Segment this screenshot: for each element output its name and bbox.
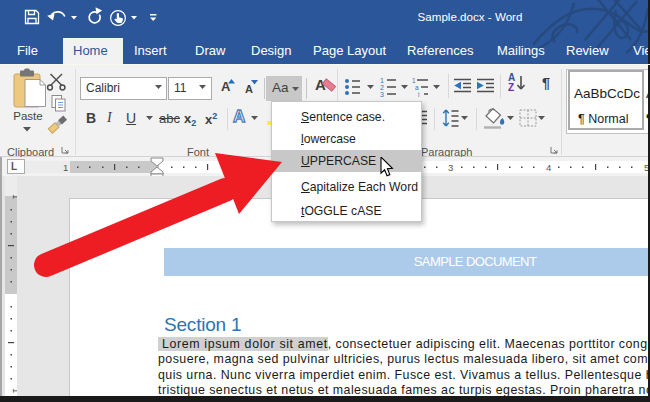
svg-text:1: 1 bbox=[11, 388, 17, 393]
svg-text:1: 1 bbox=[380, 77, 384, 84]
svg-text:4: 4 bbox=[546, 162, 551, 173]
svg-text:2: 2 bbox=[380, 84, 384, 91]
svg-text:1: 1 bbox=[412, 77, 416, 84]
svg-text:a: a bbox=[415, 84, 419, 91]
svg-text:i: i bbox=[418, 91, 419, 97]
svg-text:3: 3 bbox=[380, 91, 384, 97]
svg-text:3: 3 bbox=[448, 162, 453, 173]
